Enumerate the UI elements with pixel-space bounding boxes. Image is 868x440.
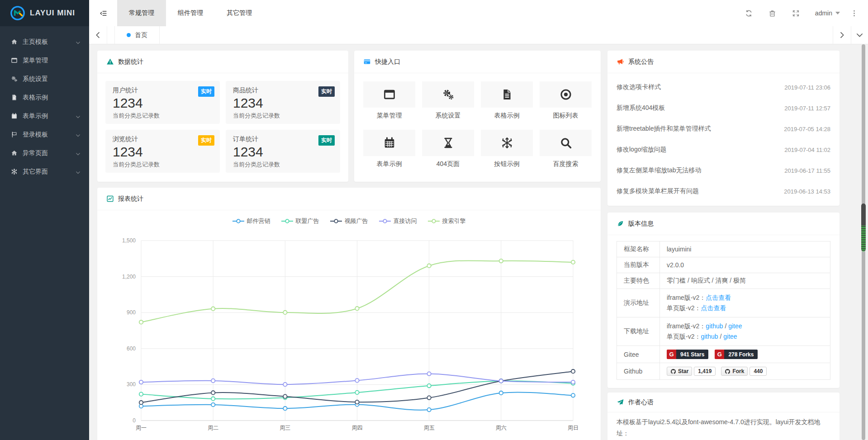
- version-link[interactable]: gitee: [728, 322, 742, 330]
- quick-entry-1[interactable]: 系统设置: [422, 81, 474, 120]
- quick-entry-3[interactable]: 图标列表: [540, 81, 592, 120]
- notice-title: 修改logo缩放问题: [617, 146, 666, 154]
- chevron-down-icon: [856, 31, 863, 39]
- sidebar-item-label: 菜单管理: [23, 57, 81, 65]
- notice-row-0[interactable]: 修改选项卡样式2019-07-11 23:06: [617, 77, 830, 98]
- svg-text:300: 300: [127, 381, 136, 388]
- notice-row-1[interactable]: 新增系统404模板2019-07-11 12:57: [617, 98, 830, 118]
- legend-item-2[interactable]: 视频广告: [330, 217, 368, 225]
- sidebar-collapse-button[interactable]: [89, 0, 117, 26]
- clear-cache-button[interactable]: [761, 0, 784, 26]
- sidebar-item-3[interactable]: 表格示例: [0, 88, 89, 107]
- stats-grid: 用户统计实时1234当前分类总记录数商品统计实时1234当前分类总记录数浏览统计…: [97, 73, 348, 180]
- snowflake-icon: [481, 130, 533, 156]
- flag-icon: [11, 131, 18, 138]
- caret-down-icon: [835, 12, 840, 14]
- quick-panel-title: 快捷入口: [375, 58, 400, 66]
- header-nav-tab-1[interactable]: 组件管理: [166, 0, 215, 26]
- sidebar-item-6[interactable]: 异常页面: [0, 144, 89, 162]
- sidebar-item-1[interactable]: 菜单管理: [0, 51, 89, 70]
- quick-entry-6[interactable]: 按钮示例: [481, 130, 533, 168]
- refresh-button[interactable]: [737, 0, 761, 26]
- version-row-label: 当前版本: [617, 257, 660, 273]
- open-tab-0[interactable]: 首页: [114, 26, 160, 44]
- sidebar-item-label: 表格示例: [23, 94, 81, 102]
- version-row-value: G941 StarsG278 Forks: [660, 346, 830, 363]
- tab-operations-button[interactable]: [851, 26, 868, 44]
- notice-time: 2019-06-13 14:53: [784, 188, 830, 195]
- legend-marker: [281, 219, 293, 223]
- fullscreen-button[interactable]: [784, 0, 808, 26]
- quick-entry-2[interactable]: 表格示例: [481, 81, 533, 120]
- tab-label: 首页: [135, 31, 147, 39]
- quick-entry-label: 404页面: [422, 160, 474, 168]
- version-link[interactable]: github: [706, 322, 723, 330]
- tab-scroll-left-button[interactable]: [89, 26, 107, 44]
- quick-entry-0[interactable]: 菜单管理: [363, 81, 415, 120]
- more-menu-button[interactable]: [847, 9, 861, 17]
- legend-item-1[interactable]: 联盟广告: [281, 217, 319, 225]
- warning-triangle-icon: [106, 58, 114, 66]
- gitee-badge[interactable]: G278 Forks: [715, 350, 758, 359]
- sidebar-item-2[interactable]: 系统设置: [0, 70, 89, 88]
- quick-entry-7[interactable]: 百度搜索: [540, 130, 592, 168]
- version-table-body: 框架名称layuimini当前版本v2.0.0主要特色零门槛 / 响应式 / 清…: [617, 241, 830, 380]
- version-link[interactable]: 点击查看: [706, 294, 731, 301]
- sidebar-item-label: 表单示例: [23, 112, 76, 120]
- quick-entry-5[interactable]: 404页面: [422, 130, 474, 168]
- chevron-down-icon: [76, 114, 81, 119]
- gitee-badge[interactable]: G941 Stars: [667, 350, 708, 359]
- github-widget: Fork440: [721, 367, 767, 376]
- notice-row-2[interactable]: 新增treetable插件和菜单管理样式2019-07-05 14:28: [617, 118, 830, 139]
- github-count[interactable]: 1,419: [694, 367, 716, 376]
- user-dropdown[interactable]: admin: [808, 9, 847, 17]
- sidebar-item-label: 主页模板: [23, 38, 76, 46]
- legend-item-0[interactable]: 邮件营销: [232, 217, 270, 225]
- calendar-icon: [363, 130, 415, 156]
- version-panel-header: 版本信息: [607, 213, 840, 235]
- sidebar-menu: 主页模板菜单管理系统设置表格示例表单示例登录模板异常页面其它界面: [0, 26, 89, 181]
- sidebar-item-5[interactable]: 登录模板: [0, 125, 89, 144]
- file-icon: [481, 81, 533, 108]
- chevron-down-icon: [76, 39, 81, 45]
- header-actions: admin: [737, 0, 868, 26]
- version-row-value: v2.0.0: [660, 257, 830, 273]
- github-star-button[interactable]: Star: [667, 367, 692, 376]
- page-scrollbar-thumb[interactable]: [861, 203, 866, 251]
- sidebar-item-4[interactable]: 表单示例: [0, 107, 89, 125]
- sidebar-item-7[interactable]: 其它界面: [0, 162, 89, 181]
- header-nav-tab-2[interactable]: 其它管理: [215, 0, 264, 26]
- layuimini-dashboard: LAYUI MINI 主页模板菜单管理系统设置表格示例表单示例登录模板异常页面其…: [0, 0, 868, 440]
- leaf-icon: [617, 220, 624, 227]
- stat-caption: 当前分类总记录数: [113, 161, 213, 169]
- sidebar-item-0[interactable]: 主页模板: [0, 33, 89, 51]
- stat-badge: 实时: [198, 135, 214, 146]
- github-count[interactable]: 440: [749, 367, 767, 376]
- svg-text:周六: 周六: [496, 425, 507, 431]
- header-nav-tab-0[interactable]: 常规管理: [117, 0, 166, 26]
- tab-scroll-right-button[interactable]: [833, 26, 851, 44]
- version-link[interactable]: 点击查看: [701, 304, 726, 312]
- brand-logo[interactable]: LAYUI MINI: [0, 0, 89, 26]
- gears-icon: [422, 81, 474, 108]
- notice-panel: 系统公告 修改选项卡样式2019-07-11 23:06新增系统404模板201…: [607, 51, 840, 206]
- trash-icon: [768, 9, 776, 17]
- notice-row-3[interactable]: 修改logo缩放问题2019-07-04 11:02: [617, 139, 830, 160]
- github-fork-button[interactable]: Fork: [721, 367, 748, 376]
- notice-row-4[interactable]: 修复左侧菜单缩放tab无法移动2019-06-17 11:55: [617, 160, 830, 181]
- stat-badge: 实时: [318, 86, 335, 97]
- stat-card-0: 用户统计实时1234当前分类总记录数: [105, 81, 220, 124]
- version-link[interactable]: github: [701, 333, 718, 340]
- version-link[interactable]: gitee: [723, 333, 737, 340]
- legend-label: 联盟广告: [296, 217, 319, 225]
- version-row-value: iframe版-v2：github / gitee单页版-v2：github /…: [660, 317, 830, 346]
- page-scrollbar-track[interactable]: [862, 44, 865, 440]
- legend-item-4[interactable]: 搜索引擎: [428, 217, 466, 225]
- notice-row-5[interactable]: 修复多模块菜单栏展开有问题2019-06-13 14:53: [617, 181, 830, 202]
- quick-entry-label: 百度搜索: [540, 160, 592, 168]
- legend-item-3[interactable]: 直接访问: [379, 217, 417, 225]
- notice-panel-title: 系统公告: [628, 58, 654, 66]
- quick-entry-4[interactable]: 表单示例: [363, 130, 415, 168]
- legend-marker: [330, 219, 342, 223]
- chevron-down-icon: [76, 169, 81, 175]
